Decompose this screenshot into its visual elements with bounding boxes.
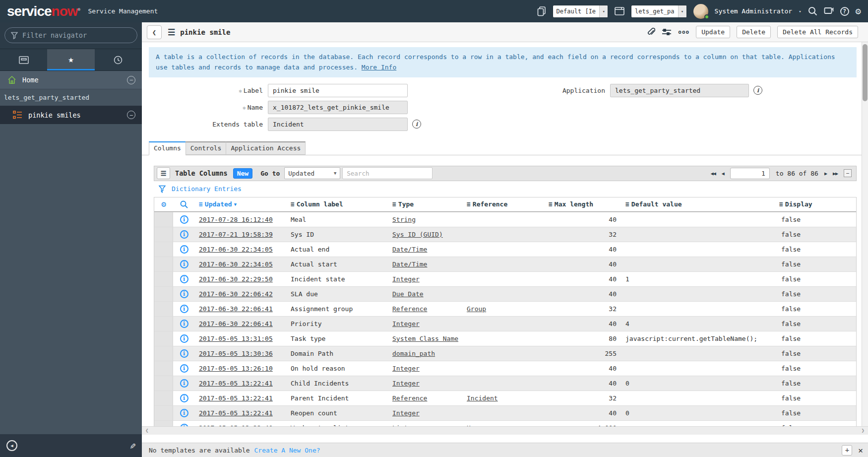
- user-menu[interactable]: System Administrator: [715, 7, 793, 15]
- updated-link[interactable]: 2017-05-05 13:30:36: [199, 350, 273, 357]
- vertical-scrollbar[interactable]: [862, 42, 868, 426]
- name-field[interactable]: [268, 101, 408, 114]
- row-handle-cell[interactable]: [154, 376, 173, 391]
- updated-link[interactable]: 2017-07-21 19:58:39: [199, 231, 273, 238]
- gear-icon[interactable]: ⚙: [161, 199, 166, 209]
- next-page-icon[interactable]: ▶: [824, 171, 827, 176]
- row-handle-cell[interactable]: [154, 391, 173, 405]
- extends-table-field[interactable]: [268, 118, 408, 131]
- collapse-list-icon[interactable]: −: [844, 169, 852, 177]
- horizontal-scrollbar[interactable]: ❮ ❯: [142, 426, 868, 435]
- update-button[interactable]: Update: [696, 26, 730, 38]
- column-menu-icon[interactable]: ≡: [779, 200, 783, 208]
- dictionary-entries-link[interactable]: Dictionary Entries: [172, 185, 242, 193]
- row-handle-cell[interactable]: [154, 242, 173, 257]
- row-info-icon[interactable]: i: [180, 260, 188, 268]
- personalize-sliders-icon[interactable]: [662, 28, 672, 36]
- sidebar-item-home[interactable]: Home −: [0, 71, 142, 89]
- type-link[interactable]: Integer: [392, 409, 420, 417]
- list-search-input[interactable]: [342, 167, 433, 179]
- updated-link[interactable]: 2017-05-05 13:22:41: [199, 380, 273, 387]
- delete-all-records-button[interactable]: Delete All Records: [777, 26, 858, 38]
- create-template-link[interactable]: Create A New One?: [254, 447, 320, 454]
- sidebar-item-pinkie-smiles[interactable]: pinkie smiles −: [0, 106, 142, 124]
- goto-field-select[interactable]: Updated ▼: [284, 167, 340, 179]
- remove-favorite-icon[interactable]: −: [127, 111, 135, 119]
- column-header-reference[interactable]: ≡Reference: [463, 200, 545, 208]
- row-info-icon[interactable]: i: [180, 379, 188, 388]
- tab-history[interactable]: [95, 49, 142, 70]
- row-handle-cell[interactable]: [154, 257, 173, 271]
- column-menu-icon[interactable]: ≡: [549, 200, 553, 208]
- application-field[interactable]: [610, 84, 749, 97]
- row-handle-cell[interactable]: [154, 346, 173, 361]
- row-info-icon[interactable]: i: [180, 305, 188, 313]
- tab-controls[interactable]: Controls: [186, 141, 226, 155]
- type-link[interactable]: Sys ID (GUID): [392, 231, 443, 238]
- type-link[interactable]: Integer: [392, 380, 420, 387]
- updated-link[interactable]: 2017-07-28 16:12:40: [199, 216, 273, 223]
- more-info-link[interactable]: More Info: [362, 64, 396, 71]
- updated-link[interactable]: 2017-06-30 22:29:50: [199, 275, 273, 283]
- row-info-icon[interactable]: i: [180, 245, 188, 254]
- column-header-max-length[interactable]: ≡Max length: [545, 200, 621, 208]
- row-info-icon[interactable]: i: [180, 275, 188, 283]
- column-header-updated[interactable]: ≡Updated▼: [195, 200, 287, 208]
- list-context-menu-icon[interactable]: ☰: [157, 167, 170, 179]
- global-search-icon[interactable]: [808, 6, 817, 16]
- chat-icon[interactable]: [824, 7, 834, 16]
- updated-link[interactable]: 2017-06-30 22:06:41: [199, 305, 273, 313]
- search-icon[interactable]: [180, 200, 188, 208]
- user-avatar[interactable]: [693, 4, 708, 19]
- column-menu-icon[interactable]: ≡: [199, 200, 203, 208]
- updated-link[interactable]: 2017-06-30 22:34:05: [199, 261, 273, 268]
- updated-link[interactable]: 2017-06-30 22:06:42: [199, 290, 273, 298]
- row-handle-cell[interactable]: [154, 212, 173, 227]
- type-link[interactable]: Reference: [392, 394, 427, 402]
- vertical-scrollbar-thumb[interactable]: [863, 44, 868, 101]
- reference-link[interactable]: Group: [467, 305, 486, 313]
- type-link[interactable]: System Class Name: [392, 335, 458, 342]
- column-header-display[interactable]: ≡Display: [775, 200, 856, 208]
- row-handle-cell[interactable]: [154, 227, 173, 242]
- servicenow-logo[interactable]: servicenow®: [7, 4, 80, 18]
- row-handle-cell[interactable]: [154, 361, 173, 376]
- scroll-right-icon[interactable]: ❯: [861, 427, 865, 434]
- row-handle-cell[interactable]: [154, 287, 173, 301]
- reference-link[interactable]: Incident: [467, 394, 498, 402]
- back-button[interactable]: ❮: [147, 25, 162, 39]
- row-info-icon[interactable]: i: [180, 320, 188, 328]
- updated-link[interactable]: 2017-05-05 13:22:41: [199, 394, 273, 402]
- updated-link[interactable]: 2017-05-05 13:26:10: [199, 365, 273, 372]
- type-link[interactable]: Integer: [392, 275, 420, 283]
- row-handle-cell[interactable]: [154, 272, 173, 286]
- column-menu-icon[interactable]: ≡: [291, 200, 295, 208]
- updated-link[interactable]: 2017-05-05 13:31:05: [199, 335, 273, 342]
- tab-all-applications[interactable]: [0, 49, 47, 70]
- new-button[interactable]: New: [233, 168, 252, 179]
- close-template-bar-icon[interactable]: ✕: [858, 446, 863, 455]
- column-menu-icon[interactable]: ≡: [392, 200, 396, 208]
- previous-page-icon[interactable]: ◀: [722, 171, 724, 176]
- type-link[interactable]: Integer: [392, 365, 420, 372]
- column-header-default-value[interactable]: ≡Default value: [621, 200, 775, 208]
- row-info-icon[interactable]: i: [180, 230, 188, 239]
- remove-favorite-icon[interactable]: −: [127, 76, 135, 84]
- label-field[interactable]: [268, 84, 408, 97]
- help-icon[interactable]: ?: [840, 7, 849, 16]
- row-info-icon[interactable]: i: [180, 290, 188, 298]
- edit-favorites-icon[interactable]: ✎: [130, 440, 135, 451]
- last-page-icon[interactable]: ▶▶: [833, 171, 838, 176]
- updated-link[interactable]: 2017-06-30 22:06:41: [199, 320, 273, 327]
- tab-columns[interactable]: Columns: [149, 141, 186, 155]
- application-picker-icon[interactable]: [615, 7, 624, 15]
- row-handle-cell[interactable]: [154, 317, 173, 331]
- application-select[interactable]: lets_get_pa ▾: [631, 5, 686, 18]
- tab-favorites[interactable]: ★: [47, 49, 94, 70]
- settings-gear-icon[interactable]: ⚙: [856, 6, 861, 16]
- add-template-button[interactable]: +: [842, 445, 852, 456]
- collapse-sidebar-icon[interactable]: ◀: [6, 440, 17, 451]
- tab-application-access[interactable]: Application Access: [226, 141, 306, 155]
- row-info-icon[interactable]: i: [180, 394, 188, 402]
- type-link[interactable]: Due Date: [392, 290, 424, 298]
